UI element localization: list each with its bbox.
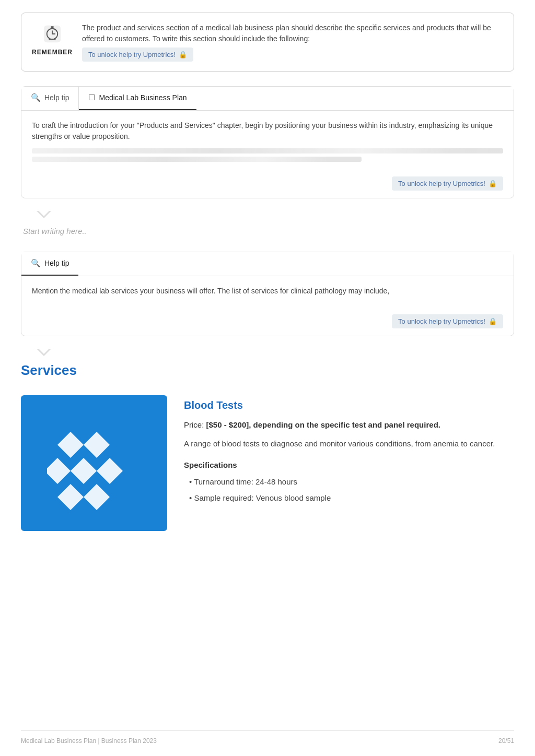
service-card-blood-tests: Blood Tests Price: [$50 - $200], dependi… bbox=[21, 395, 514, 531]
price-value: [$50 - $200], depending on the specific … bbox=[206, 420, 440, 429]
svg-marker-9 bbox=[47, 458, 71, 484]
unlock-button-panel2[interactable]: To unlock help try Upmetrics! 🔒 bbox=[392, 314, 503, 328]
tab-help-tip-2[interactable]: 🔍 Help tip bbox=[21, 252, 78, 276]
spec-item-0: Turnaround time: 24-48 hours bbox=[184, 476, 514, 488]
lock-icon-panel1: 🔒 bbox=[489, 180, 497, 187]
help-panel-2-text: Mention the medical lab services your bu… bbox=[32, 286, 503, 297]
panel-pointer-2 bbox=[37, 349, 51, 356]
svg-marker-7 bbox=[57, 432, 84, 458]
blurred-line-1 bbox=[32, 148, 503, 153]
tab-help-tip-1[interactable]: 🔍 Help tip bbox=[21, 87, 78, 110]
spec-item-1: Sample required: Venous blood sample bbox=[184, 492, 514, 504]
unlock-button-panel1[interactable]: To unlock help try Upmetrics! 🔒 bbox=[392, 176, 503, 191]
doc-icon-1: ☐ bbox=[88, 92, 95, 104]
unlock-text-panel2: To unlock help try Upmetrics! bbox=[398, 317, 485, 325]
search-icon-2: 🔍 bbox=[31, 257, 41, 269]
service-image-blood-tests bbox=[21, 395, 167, 531]
price-label: Price: bbox=[184, 420, 206, 429]
help-panel-1: 🔍 Help tip ☐ Medical Lab Business Plan T… bbox=[21, 86, 514, 198]
remember-icon bbox=[41, 22, 64, 45]
tab-medical-lab-1[interactable]: ☐ Medical Lab Business Plan bbox=[79, 87, 196, 110]
remember-text: The product and services section of a me… bbox=[82, 23, 491, 43]
tab-medical-lab-1-label: Medical Lab Business Plan bbox=[99, 92, 187, 103]
footer-right: 20/51 bbox=[498, 736, 514, 746]
svg-marker-11 bbox=[97, 458, 123, 484]
specs-heading-blood-tests: Specifications bbox=[184, 459, 514, 471]
footer-left: Medical Lab Business Plan | Business Pla… bbox=[21, 736, 157, 746]
unlock-text-panel1: To unlock help try Upmetrics! bbox=[398, 180, 485, 187]
service-price-blood-tests: Price: [$50 - $200], depending on the sp… bbox=[184, 419, 514, 431]
svg-marker-12 bbox=[57, 484, 84, 510]
blood-tests-image-svg bbox=[47, 416, 141, 510]
panel-pointer-1 bbox=[37, 211, 51, 218]
lock-icon-remember: 🔒 bbox=[179, 51, 187, 58]
search-icon-1: 🔍 bbox=[31, 92, 41, 104]
help-panel-2-footer: To unlock help try Upmetrics! 🔒 bbox=[21, 311, 514, 336]
services-heading: Services bbox=[21, 360, 514, 381]
help-panel-1-footer: To unlock help try Upmetrics! 🔒 bbox=[21, 173, 514, 198]
page-footer: Medical Lab Business Plan | Business Pla… bbox=[21, 730, 514, 746]
help-panel-1-body: To craft the introduction for your "Prod… bbox=[21, 111, 514, 173]
remember-icon-block: REMEMBER bbox=[32, 22, 73, 57]
remember-label: REMEMBER bbox=[32, 48, 73, 57]
remember-content: The product and services section of a me… bbox=[82, 22, 503, 62]
lock-icon-panel2: 🔒 bbox=[489, 317, 497, 325]
spec-list-blood-tests: Turnaround time: 24-48 hours Sample requ… bbox=[184, 476, 514, 504]
tab-help-tip-1-label: Help tip bbox=[44, 92, 69, 103]
blurred-line-2 bbox=[32, 157, 362, 162]
service-title-blood-tests: Blood Tests bbox=[184, 397, 514, 413]
remember-box: REMEMBER The product and services sectio… bbox=[21, 13, 514, 72]
help-panel-2-tabs: 🔍 Help tip bbox=[21, 252, 514, 276]
tab-help-tip-2-label: Help tip bbox=[44, 258, 69, 269]
svg-marker-10 bbox=[71, 458, 97, 484]
svg-rect-5 bbox=[51, 26, 54, 28]
help-panel-2: 🔍 Help tip Mention the medical lab servi… bbox=[21, 252, 514, 336]
svg-marker-13 bbox=[84, 484, 110, 510]
service-details-blood-tests: Blood Tests Price: [$50 - $200], dependi… bbox=[184, 395, 514, 531]
help-panel-2-body: Mention the medical lab services your bu… bbox=[21, 276, 514, 311]
help-panel-1-text: To craft the introduction for your "Prod… bbox=[32, 120, 503, 142]
unlock-text-remember: To unlock help try Upmetrics! bbox=[88, 51, 176, 58]
service-desc-blood-tests: A range of blood tests to diagnose and m… bbox=[184, 438, 514, 450]
svg-marker-8 bbox=[84, 432, 110, 458]
help-panel-1-tabs: 🔍 Help tip ☐ Medical Lab Business Plan bbox=[21, 87, 514, 111]
start-writing-text[interactable]: Start writing here.. bbox=[21, 226, 514, 238]
unlock-button-remember[interactable]: To unlock help try Upmetrics! 🔒 bbox=[82, 48, 193, 62]
